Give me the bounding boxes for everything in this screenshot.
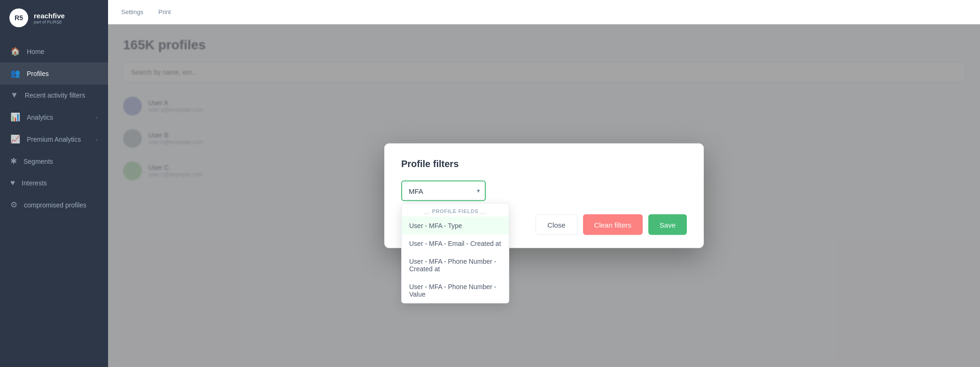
sidebar-label-compromised: compromised profiles bbox=[24, 201, 98, 209]
sidebar-nav: 🏠 Home 👥 Profiles ▼ Recent activity filt… bbox=[0, 36, 108, 367]
topbar-tab-settings[interactable]: Settings bbox=[117, 7, 147, 17]
clean-filters-button[interactable]: Clean filters bbox=[583, 214, 643, 235]
close-button[interactable]: Close bbox=[536, 214, 577, 235]
sidebar-item-interests[interactable]: ♥ Interests bbox=[0, 172, 108, 194]
sidebar-label-profiles: Profiles bbox=[27, 70, 98, 77]
premium-analytics-icon: 📈 bbox=[10, 134, 20, 144]
logo-name: reachfive bbox=[34, 12, 65, 20]
logo-subtitle: part of PLIRŞE bbox=[34, 20, 65, 24]
save-button[interactable]: Save bbox=[648, 214, 687, 235]
sidebar-item-recent-activity[interactable]: ▼ Recent activity filters bbox=[0, 84, 108, 106]
interests-icon: ♥ bbox=[10, 178, 15, 188]
sidebar-label-segments: Segments bbox=[23, 158, 98, 165]
dropdown-item-mfa-email-created[interactable]: User - MFA - Email - Created at bbox=[402, 235, 509, 252]
logo-icon: R5 bbox=[9, 8, 28, 27]
analytics-arrow: › bbox=[96, 115, 98, 120]
topbar: Settings Print bbox=[108, 0, 980, 24]
filter-icon: ▼ bbox=[10, 91, 18, 100]
sidebar-item-segments[interactable]: ✱ Segments bbox=[0, 150, 108, 172]
sidebar-item-compromised[interactable]: ⚙ compromised profiles bbox=[0, 194, 108, 216]
filter-field-wrapper: ▾ __ PROFILE FIELDS __ User - MFA - Type… bbox=[401, 181, 486, 201]
main-body: 165K profiles User A user.a@example.com … bbox=[108, 24, 980, 367]
segments-icon: ✱ bbox=[10, 156, 17, 166]
sidebar-item-profiles[interactable]: 👥 Profiles bbox=[0, 62, 108, 84]
home-icon: 🏠 bbox=[10, 46, 20, 56]
dropdown-item-mfa-type[interactable]: User - MFA - Type bbox=[402, 217, 509, 235]
logo: R5 reachfive part of PLIRŞE bbox=[0, 0, 108, 36]
sidebar-label-interests: Interests bbox=[22, 179, 98, 187]
sidebar: R5 reachfive part of PLIRŞE 🏠 Home 👥 Pro… bbox=[0, 0, 108, 367]
analytics-icon: 📊 bbox=[10, 112, 20, 122]
modal-title: Profile filters bbox=[401, 159, 687, 169]
sidebar-label-recent-activity: Recent activity filters bbox=[25, 92, 98, 99]
sidebar-item-premium-analytics[interactable]: 📈 Premium Analytics › bbox=[0, 128, 108, 150]
main-content: Settings Print 165K profiles User A user… bbox=[108, 0, 980, 367]
sidebar-label-home: Home bbox=[27, 48, 98, 55]
filter-search-input[interactable] bbox=[401, 181, 486, 201]
profile-filters-modal: Profile filters ▾ __ PROFILE FIELDS __ U… bbox=[384, 144, 704, 248]
sidebar-item-analytics[interactable]: 📊 Analytics › bbox=[0, 106, 108, 128]
premium-analytics-arrow: › bbox=[96, 137, 98, 142]
dropdown-item-mfa-phone-created[interactable]: User - MFA - Phone Number - Created at bbox=[402, 252, 509, 278]
profiles-icon: 👥 bbox=[10, 69, 20, 78]
dropdown-item-mfa-phone-value[interactable]: User - MFA - Phone Number - Value bbox=[402, 278, 509, 303]
dropdown-section-label: __ PROFILE FIELDS __ bbox=[402, 204, 509, 217]
sidebar-label-analytics: Analytics bbox=[27, 114, 89, 121]
filter-dropdown: __ PROFILE FIELDS __ User - MFA - Type U… bbox=[401, 203, 509, 304]
filter-input-container: ▾ bbox=[401, 181, 486, 201]
sidebar-label-premium-analytics: Premium Analytics bbox=[27, 136, 89, 143]
topbar-tab-print[interactable]: Print bbox=[155, 7, 175, 17]
sidebar-item-home[interactable]: 🏠 Home bbox=[0, 40, 108, 62]
compromised-icon: ⚙ bbox=[10, 200, 17, 210]
